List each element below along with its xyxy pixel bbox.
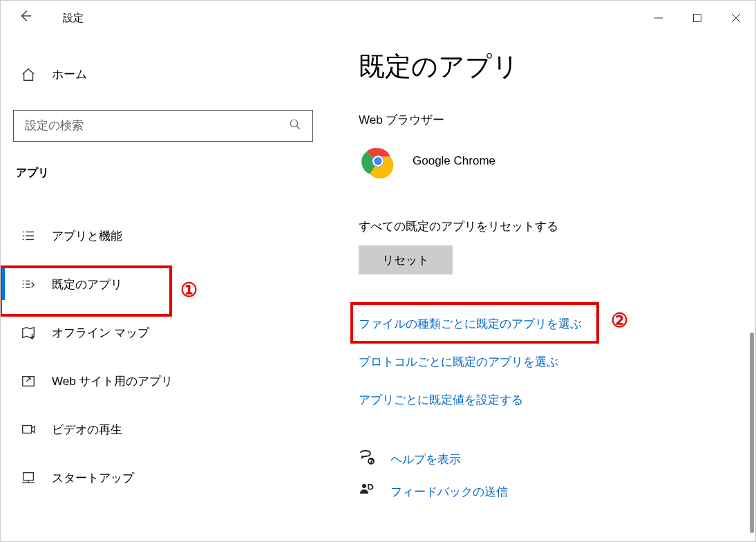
search-field[interactable] — [25, 119, 289, 133]
sidebar-item-label: オフライン マップ — [52, 325, 149, 341]
feedback-link[interactable]: フィードバックの送信 — [359, 482, 728, 502]
home-label: ホーム — [52, 66, 87, 82]
sidebar-item-default-apps[interactable]: 既定のアプリ — [13, 260, 313, 308]
default-browser-row[interactable]: Google Chrome — [359, 142, 728, 180]
help-link[interactable]: ヘルプを表示 — [359, 449, 728, 469]
help-icon — [359, 449, 377, 469]
link-file-type[interactable]: ファイルの種類ごとに既定のアプリを選ぶ — [359, 316, 728, 332]
sidebar-item-label: スタートアップ — [52, 470, 134, 486]
reset-label: すべての既定のアプリをリセットする — [359, 218, 728, 234]
sidebar: ホーム アプリ アプリと機能 — [1, 35, 325, 541]
svg-point-28 — [362, 484, 366, 488]
sidebar-item-startup[interactable]: スタートアップ — [13, 454, 313, 502]
browser-section-label: Web ブラウザー — [359, 112, 728, 128]
startup-icon — [20, 470, 37, 485]
sidebar-item-website-apps[interactable]: Web サイト用のアプリ — [13, 357, 313, 405]
active-indicator — [1, 268, 5, 300]
svg-point-27 — [371, 462, 372, 463]
home-icon — [20, 67, 37, 82]
sidebar-item-label: ビデオの再生 — [52, 422, 122, 438]
link-protocol[interactable]: プロトコルごとに既定のアプリを選ぶ — [359, 354, 728, 370]
sidebar-item-apps-features[interactable]: アプリと機能 — [13, 212, 313, 260]
svg-point-4 — [290, 120, 298, 127]
home-nav[interactable]: ホーム — [13, 59, 313, 89]
open-external-icon — [20, 373, 37, 389]
close-button[interactable] — [717, 4, 755, 32]
maximize-button[interactable] — [678, 4, 717, 32]
sidebar-item-label: アプリと機能 — [52, 228, 122, 244]
svg-rect-19 — [23, 426, 32, 433]
default-browser-name: Google Chrome — [413, 154, 495, 168]
sidebar-item-video-playback[interactable]: ビデオの再生 — [13, 405, 313, 454]
svg-line-5 — [296, 126, 300, 129]
sidebar-item-offline-maps[interactable]: オフライン マップ — [13, 308, 313, 357]
sidebar-item-label: 既定のアプリ — [52, 277, 122, 292]
sidebar-item-label: Web サイト用のアプリ — [52, 373, 173, 389]
reset-button[interactable]: リセット — [359, 245, 453, 274]
title-bar: 設定 — [1, 1, 755, 35]
svg-point-25 — [373, 156, 383, 166]
scrollbar[interactable] — [750, 333, 754, 533]
page-title: 既定のアプリ — [359, 49, 728, 84]
feedback-icon — [359, 482, 377, 502]
svg-rect-1 — [694, 15, 701, 22]
map-icon — [20, 325, 37, 340]
minimize-button[interactable] — [639, 4, 678, 32]
chrome-icon — [359, 142, 397, 180]
video-icon — [20, 422, 37, 437]
list-icon — [20, 228, 37, 243]
help-label: ヘルプを表示 — [390, 451, 461, 467]
feedback-label: フィードバックの送信 — [390, 484, 508, 500]
link-by-app[interactable]: アプリごとに既定値を設定する — [359, 392, 728, 408]
svg-rect-20 — [23, 473, 34, 480]
search-input[interactable] — [13, 110, 313, 142]
default-apps-icon — [20, 277, 37, 292]
back-button[interactable] — [15, 6, 35, 30]
window-title: 設定 — [63, 12, 84, 25]
search-icon — [289, 118, 301, 133]
content-panel: 既定のアプリ Web ブラウザー Google Chrome すべての既定のアプ… — [325, 35, 755, 541]
category-label: アプリ — [13, 166, 313, 180]
